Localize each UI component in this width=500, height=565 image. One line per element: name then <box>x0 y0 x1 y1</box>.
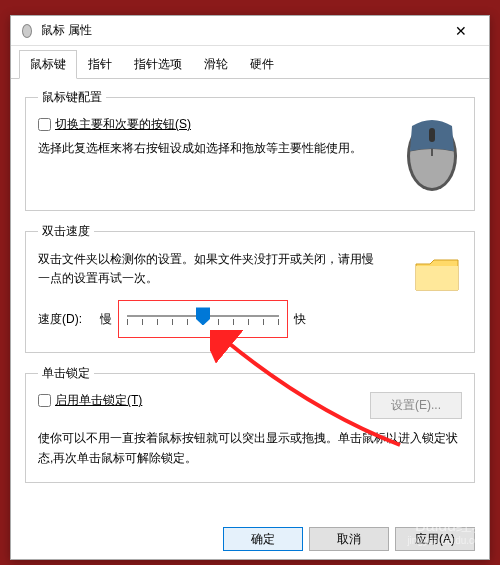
double-click-group: 双击速度 双击文件夹以检测你的设置。如果文件夹没打开或关闭，请用慢一点的设置再试… <box>25 223 475 353</box>
tab-hardware[interactable]: 硬件 <box>239 50 285 78</box>
ok-button[interactable]: 确定 <box>223 527 303 551</box>
tab-wheel[interactable]: 滑轮 <box>193 50 239 78</box>
button-config-legend: 鼠标键配置 <box>38 89 106 106</box>
speed-slider-highlight <box>118 300 288 338</box>
watermark-main: Baidu经验 <box>407 516 488 535</box>
tab-strip: 鼠标键 指针 指针选项 滑轮 硬件 <box>11 46 489 79</box>
double-click-legend: 双击速度 <box>38 223 94 240</box>
speed-label: 速度(D): <box>38 311 82 328</box>
click-lock-settings-button: 设置(E)... <box>370 392 462 419</box>
folder-test-image[interactable] <box>412 254 462 294</box>
click-lock-group: 单击锁定 启用单击锁定(T) 设置(E)... 使你可以不用一直按着鼠标按钮就可… <box>25 365 475 482</box>
double-click-desc: 双击文件夹以检测你的设置。如果文件夹没打开或关闭，请用慢一点的设置再试一次。 <box>38 250 382 288</box>
mouse-preview-image <box>402 116 462 196</box>
mouse-icon <box>19 23 35 39</box>
click-lock-label[interactable]: 启用单击锁定(T) <box>55 392 142 409</box>
svg-point-1 <box>23 25 31 37</box>
close-button[interactable]: ✕ <box>441 19 481 43</box>
click-lock-legend: 单击锁定 <box>38 365 94 382</box>
mouse-properties-dialog: 鼠标 属性 ✕ 鼠标键 指针 指针选项 滑轮 硬件 鼠标键配置 切换主要和次要的… <box>10 15 490 560</box>
fast-label: 快 <box>294 311 306 328</box>
svg-rect-4 <box>429 128 435 142</box>
swap-buttons-label[interactable]: 切换主要和次要的按钮(S) <box>55 116 191 133</box>
speed-slider[interactable] <box>127 307 279 331</box>
swap-buttons-desc: 选择此复选框来将右按钮设成如选择和拖放等主要性能使用。 <box>38 139 382 158</box>
watermark: Baidu经验 jingyan.baidu.com <box>407 516 488 547</box>
tab-pointer-options[interactable]: 指针选项 <box>123 50 193 78</box>
tab-pointer[interactable]: 指针 <box>77 50 123 78</box>
click-lock-checkbox[interactable] <box>38 394 51 407</box>
watermark-sub: jingyan.baidu.com <box>407 535 488 547</box>
slow-label: 慢 <box>100 311 112 328</box>
cancel-button[interactable]: 取消 <box>309 527 389 551</box>
button-config-group: 鼠标键配置 切换主要和次要的按钮(S) 选择此复选框来将右按钮设成如选择和拖放等… <box>25 89 475 211</box>
window-title: 鼠标 属性 <box>41 22 441 39</box>
titlebar: 鼠标 属性 ✕ <box>11 16 489 46</box>
click-lock-desc: 使你可以不用一直按着鼠标按钮就可以突出显示或拖拽。单击鼠标以进入锁定状态,再次单… <box>38 425 462 467</box>
swap-buttons-checkbox[interactable] <box>38 118 51 131</box>
tab-mouse-keys[interactable]: 鼠标键 <box>19 50 77 79</box>
content-area: 鼠标键配置 切换主要和次要的按钮(S) 选择此复选框来将右按钮设成如选择和拖放等… <box>11 79 489 505</box>
